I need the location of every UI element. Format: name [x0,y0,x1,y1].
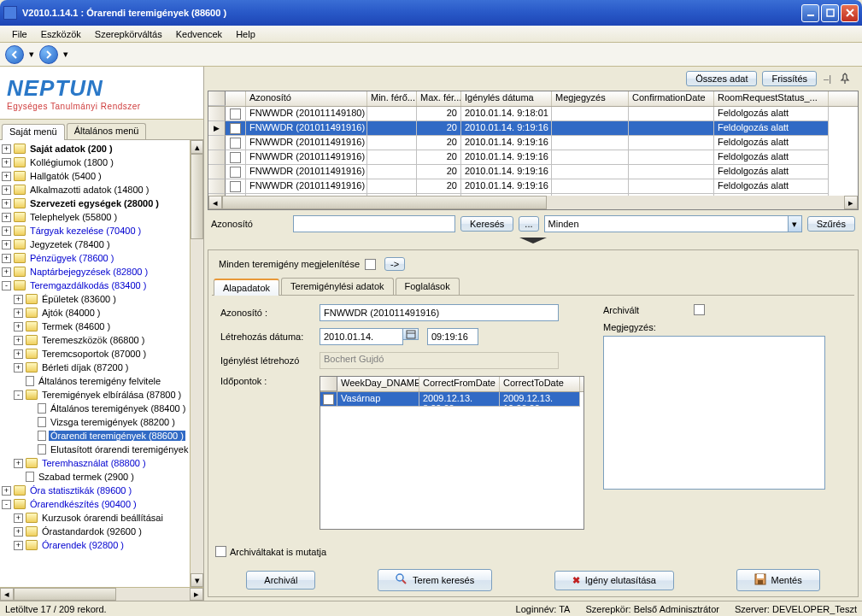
tree-node[interactable]: +Ajtók (84000 ) [2,306,188,320]
expand-icon[interactable]: + [14,295,23,304]
grid-col-header[interactable]: ConfirmationDate [629,91,714,106]
main-grid[interactable]: AzonosítóMin. férő...Max. fér...Igénylés… [208,91,859,210]
menu-kedvencek[interactable]: Kedvencek [169,27,229,40]
grid-col-header[interactable]: Max. fér... [417,91,461,106]
expand-icon[interactable]: + [2,172,11,181]
save-button[interactable]: Mentés [736,569,820,591]
grid-row[interactable]: FNWWDR (201011491916)202010.01.14. 9:19:… [208,165,858,179]
grid-col-header[interactable]: Igénylés dátuma [461,91,552,106]
expand-icon[interactable]: + [14,363,23,373]
expand-icon[interactable]: + [2,199,11,208]
search-more-button[interactable]: ... [519,216,538,232]
expand-icon[interactable]: + [14,541,23,550]
expand-icon[interactable]: + [2,185,11,195]
tree-node[interactable]: +Termek (84600 ) [2,320,188,333]
grid-col-header[interactable]: Megjegyzés [552,91,629,106]
grid-row[interactable]: FNWWDR (201011491916)202010.01.14. 9:19:… [208,179,858,194]
filter-button[interactable]: Szűrés [807,216,855,232]
tree-node[interactable]: +Telephelyek (55800 ) [2,210,188,224]
tree-node[interactable]: +Hallgatók (5400 ) [2,169,188,183]
expand-icon[interactable]: + [2,144,11,154]
menu-file[interactable]: File [5,27,34,40]
all-data-button[interactable]: Összes adat [686,71,757,86]
tab-general-menu[interactable]: Általános menü [67,123,147,139]
reject-button[interactable]: ✖ Igény elutasítása [554,571,674,590]
back-button[interactable] [5,45,24,64]
expand-icon[interactable]: + [14,349,23,359]
expand-icon[interactable]: + [14,336,23,345]
row-checkbox[interactable] [230,167,241,178]
grid-row[interactable]: FNWWDR (201011491916)202010.01.14. 9:19:… [208,136,858,150]
refresh-button[interactable]: Frissítés [762,71,817,86]
tab-bookings[interactable]: Foglalások [396,278,460,295]
tree-node[interactable]: +Naptárbejegyzések (82800 ) [2,265,188,279]
expand-icon[interactable]: + [2,226,11,236]
tree-node[interactable]: Szabad termek (2900 ) [2,470,188,484]
filter-combo[interactable]: Minden ▾ [544,215,802,232]
tree-node[interactable]: Általános teremigények (88400 ) [2,402,188,415]
expand-icon[interactable]: + [14,322,23,331]
show-archived-checkbox[interactable] [215,546,226,557]
grid-col-header[interactable]: RoomRequestStatus_... [714,91,829,106]
tree-hscroll[interactable]: ◂▸ [0,587,203,601]
search-input[interactable] [293,215,455,232]
subgrid-row[interactable]: Vasárnap 2009.12.13. 8:00:00 2009.12.13.… [320,392,583,407]
tree-node[interactable]: +Tárgyak kezelése (70400 ) [2,224,188,238]
expand-icon[interactable]: + [2,240,11,249]
row-checkbox[interactable] [230,123,241,134]
tree-node[interactable]: +Alkalmazotti adatok (14800 ) [2,183,188,197]
times-subgrid[interactable]: WeekDay_DNAME CorrectFromDate CorrectToD… [320,376,584,530]
tree-node[interactable]: +Pénzügyek (78600 ) [2,251,188,265]
splitter-handle[interactable] [208,238,859,248]
row-checkbox[interactable] [230,152,241,163]
expand-icon[interactable]: + [2,254,11,263]
archived-checkbox[interactable] [694,304,705,315]
tree-node[interactable]: +Saját adatok (200 ) [2,142,188,155]
forward-dropdown[interactable]: ▾ [62,45,70,64]
minimize-button[interactable] [801,4,819,22]
maximize-button[interactable] [821,4,839,22]
tab-basic-data[interactable]: Alapadatok [214,279,279,296]
menu-szerepkörváltás[interactable]: Szerepkörváltás [88,27,169,40]
tree-node[interactable]: +Jegyzetek (78400 ) [2,238,188,251]
close-button[interactable] [841,4,859,22]
expand-icon[interactable]: + [14,308,23,318]
expand-icon[interactable]: + [2,486,11,496]
grid-row[interactable]: FNWWDR (201011149180)202010.01.14. 9:18:… [208,107,858,121]
expand-icon[interactable]: + [14,527,23,537]
forward-button[interactable] [39,45,58,64]
tree-node[interactable]: -Teremigények elbírálása (87800 ) [2,388,188,402]
subgrid-col-from[interactable]: CorrectFromDate [419,377,500,391]
collapse-icon[interactable]: - [2,500,11,509]
grid-row[interactable]: FNWWDR (201011491916)202010.01.14. 9:19:… [208,150,858,165]
show-all-checkbox[interactable] [365,259,376,270]
expand-icon[interactable]: + [14,513,23,523]
grid-col-header[interactable]: Min. férő... [367,91,417,106]
created-time-field[interactable] [427,328,478,345]
search-button[interactable]: Keresés [460,216,513,232]
row-checkbox[interactable] [230,109,241,120]
created-date-field[interactable] [320,328,403,345]
menu-eszközök[interactable]: Eszközök [34,27,88,40]
expand-icon[interactable]: + [2,267,11,277]
archive-button[interactable]: Archivál [246,571,315,590]
tree-node[interactable]: Elutasított órarendi teremigények [2,443,188,456]
tree-node[interactable]: Általános teremigény felvitele [2,374,188,388]
tree-node[interactable]: +Teremeszközök (86800 ) [2,333,188,347]
goto-button[interactable]: -> [384,257,405,271]
expand-icon[interactable]: + [2,213,11,222]
tree-view[interactable]: +Saját adatok (200 )+Kollégiumok (1800 )… [0,140,190,587]
row-checkbox[interactable] [230,138,241,149]
menu-help[interactable]: Help [229,27,262,40]
remarks-textarea[interactable] [603,336,825,490]
calendar-icon[interactable] [403,328,419,340]
id-field[interactable] [320,304,559,321]
row-checkbox[interactable] [230,181,241,192]
subgrid-col-to[interactable]: CorrectToDate [500,377,580,391]
tree-node[interactable]: +Órastandardok (92600 ) [2,525,188,538]
tree-node[interactable]: +Teremcsoportok (87000 ) [2,347,188,361]
collapse-icon[interactable]: - [2,281,11,290]
tree-node[interactable]: +Kurzusok órarendi beállításai [2,511,188,525]
tree-node[interactable]: +Kollégiumok (1800 ) [2,155,188,169]
tree-node[interactable]: +Órarendek (92800 ) [2,538,188,552]
